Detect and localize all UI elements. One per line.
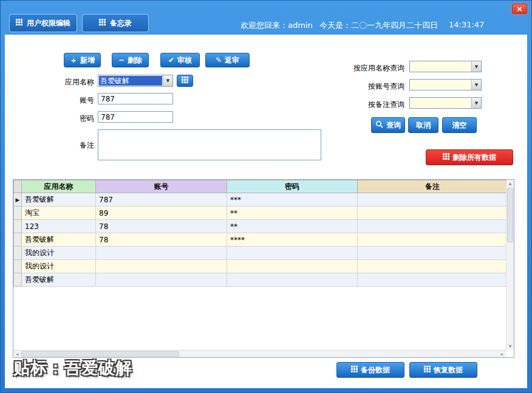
table-cell[interactable] xyxy=(96,247,227,260)
table-row[interactable]: 12378** xyxy=(14,220,508,233)
grid-icon xyxy=(443,153,449,162)
grid-table: 应用名称 账号 密码 备注 ▶吾爱破解787***淘宝89**12378**吾爱… xyxy=(13,180,508,287)
app-name-label: 应用名称 xyxy=(65,77,94,87)
add-button[interactable]: ＋ 新增 xyxy=(64,53,101,67)
grid-icon xyxy=(424,366,431,374)
account-label: 账号 xyxy=(80,95,94,106)
table-cell[interactable]: 吾爱破解 xyxy=(22,273,96,287)
table-cell[interactable]: 吾爱破解 xyxy=(22,233,96,247)
table-cell[interactable]: 吾爱破解 xyxy=(22,193,96,207)
table-cell[interactable]: 78 xyxy=(96,233,227,247)
table-row[interactable]: 吾爱破解 xyxy=(14,273,508,287)
table-cell[interactable]: 78 xyxy=(96,220,227,233)
chevron-down-icon[interactable]: ▼ xyxy=(163,75,172,86)
table-row[interactable]: 我的设计 xyxy=(14,247,508,260)
scroll-down-icon[interactable]: ▼ xyxy=(506,343,514,350)
return-audit-button[interactable]: ✎ 返审 xyxy=(205,53,250,67)
table-cell[interactable] xyxy=(358,247,508,260)
chevron-down-icon[interactable]: ▼ xyxy=(471,80,481,90)
table-cell[interactable] xyxy=(358,220,508,233)
column-header-app-name[interactable]: 应用名称 xyxy=(22,180,96,193)
titlebar: 用户权限编辑 备忘录 欢迎您回来：admin 今天是：二〇一九年四月二十四日 1… xyxy=(3,3,529,35)
search-by-account-combobox[interactable]: ▼ xyxy=(409,79,482,91)
table-cell[interactable] xyxy=(227,273,358,287)
vertical-scrollbar[interactable]: ▲ ▼ xyxy=(506,180,514,350)
app-name-selected-value: 吾爱破解 xyxy=(99,76,162,86)
table-cell[interactable] xyxy=(227,247,358,260)
scroll-right-icon[interactable]: ► xyxy=(499,350,506,357)
delete-all-data-button[interactable]: 删除所有数据 xyxy=(426,149,513,165)
account-input[interactable] xyxy=(98,93,173,104)
add-button-label: 新增 xyxy=(80,55,95,66)
horizontal-scrollbar-thumb[interactable] xyxy=(21,351,179,357)
table-cell[interactable] xyxy=(358,193,508,207)
table-cell[interactable] xyxy=(96,273,227,287)
scroll-up-icon[interactable]: ▲ xyxy=(506,180,514,187)
grid-icon xyxy=(182,77,188,85)
table-cell[interactable] xyxy=(96,260,227,273)
clear-button-label: 清空 xyxy=(452,120,467,131)
cancel-button-label: 取消 xyxy=(416,120,431,131)
audit-button[interactable]: ✔ 审核 xyxy=(160,53,200,67)
horizontal-scrollbar[interactable]: ◄ ► xyxy=(13,350,506,357)
cancel-button[interactable]: 取消 xyxy=(408,117,438,133)
data-grid: 应用名称 账号 密码 备注 ▶吾爱破解787***淘宝89**12378**吾爱… xyxy=(13,179,514,358)
table-cell[interactable]: *** xyxy=(227,193,358,207)
main-content: ＋ 新增 − 删除 ✔ 审核 ✎ 返审 应用名称 吾爱破解 ▼ 账号 密码 备注 xyxy=(5,35,527,388)
table-cell[interactable]: ** xyxy=(227,220,358,233)
minus-icon: − xyxy=(118,56,124,64)
close-button[interactable]: × xyxy=(512,4,527,14)
query-button[interactable]: 查询 xyxy=(371,117,405,133)
scroll-left-icon[interactable]: ◄ xyxy=(13,350,21,357)
table-row[interactable]: 我的设计 xyxy=(14,260,508,273)
table-cell[interactable]: ** xyxy=(227,207,358,220)
restore-data-button-label: 恢复数据 xyxy=(434,365,463,375)
chevron-down-icon[interactable]: ▼ xyxy=(471,61,481,72)
table-cell[interactable] xyxy=(358,207,508,220)
grid-icon xyxy=(99,19,106,27)
tab-user-permission-edit[interactable]: 用户权限编辑 xyxy=(9,14,77,32)
password-input[interactable] xyxy=(98,111,173,123)
plus-icon: ＋ xyxy=(70,56,77,64)
table-cell[interactable]: 787 xyxy=(96,193,227,207)
remark-textarea[interactable] xyxy=(98,129,321,160)
table-cell[interactable]: **** xyxy=(227,233,358,247)
row-indicator xyxy=(14,273,22,287)
table-row[interactable]: 淘宝89** xyxy=(14,207,508,220)
table-cell[interactable]: 我的设计 xyxy=(22,260,96,273)
column-header-account[interactable]: 账号 xyxy=(96,180,227,193)
row-indicator xyxy=(14,233,22,247)
delete-button-label: 删除 xyxy=(128,55,142,66)
search-by-app-combobox[interactable]: ▼ xyxy=(409,61,482,72)
tab-label: 用户权限编辑 xyxy=(27,18,70,29)
table-cell[interactable] xyxy=(227,260,358,273)
table-cell[interactable] xyxy=(358,260,508,273)
table-row[interactable]: 吾爱破解78**** xyxy=(14,233,508,247)
table-cell[interactable]: 89 xyxy=(96,207,227,220)
search-by-remark-combobox[interactable]: ▼ xyxy=(409,97,482,109)
vertical-scrollbar-thumb[interactable] xyxy=(507,188,513,242)
table-row[interactable]: ▶吾爱破解787*** xyxy=(14,193,508,207)
column-header-remark[interactable]: 备注 xyxy=(358,180,508,193)
row-indicator xyxy=(14,260,22,273)
grid-header-row: 应用名称 账号 密码 备注 xyxy=(14,180,508,193)
app-name-picker-button[interactable] xyxy=(177,75,193,87)
table-cell[interactable]: 123 xyxy=(22,220,96,233)
table-cell[interactable]: 我的设计 xyxy=(22,247,96,260)
restore-data-button[interactable]: 恢复数据 xyxy=(409,362,477,378)
check-icon: ✔ xyxy=(168,56,174,64)
table-cell[interactable] xyxy=(358,273,508,287)
search-by-app-value xyxy=(410,61,471,72)
backup-data-button[interactable]: 备份数据 xyxy=(336,362,404,378)
table-cell[interactable]: 淘宝 xyxy=(22,207,96,220)
watermark-text: 贴标：吾爱破解 xyxy=(13,357,132,379)
grid-body: ▶吾爱破解787***淘宝89**12378**吾爱破解78****我的设计我的… xyxy=(14,193,508,287)
clear-button[interactable]: 清空 xyxy=(442,117,477,133)
table-cell[interactable] xyxy=(358,233,508,247)
delete-button[interactable]: − 删除 xyxy=(112,53,149,67)
tab-memo[interactable]: 备忘录 xyxy=(82,14,149,32)
search-by-app-label: 按应用名称查询 xyxy=(329,63,404,73)
chevron-down-icon[interactable]: ▼ xyxy=(471,98,481,108)
app-name-combobox[interactable]: 吾爱破解 ▼ xyxy=(98,75,173,87)
column-header-password[interactable]: 密码 xyxy=(227,180,358,193)
